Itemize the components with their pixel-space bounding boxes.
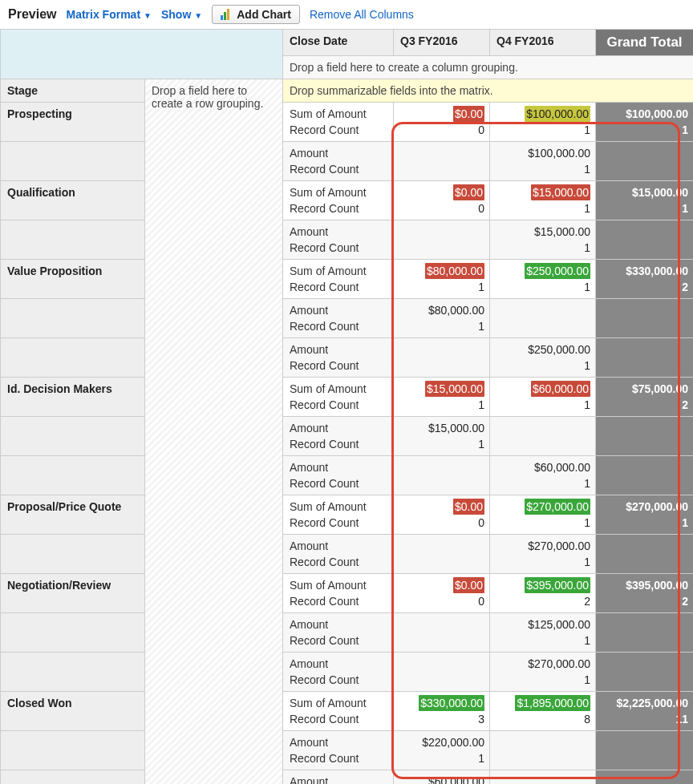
detail-labels: AmountRecord Count bbox=[283, 417, 394, 456]
q4-detail: $100,000.001 bbox=[490, 142, 596, 181]
row-drop-hint[interactable]: Drop a field here to create a row groupi… bbox=[145, 79, 283, 785]
total-blank bbox=[596, 220, 694, 260]
q4-detail bbox=[490, 417, 596, 456]
summary-labels: Sum of AmountRecord Count bbox=[283, 103, 394, 142]
summary-labels: Sum of AmountRecord Count bbox=[283, 378, 394, 417]
q4-detail: $270,000.001 bbox=[490, 653, 596, 692]
q3-detail bbox=[394, 456, 490, 495]
summary-labels: Sum of AmountRecord Count bbox=[283, 260, 394, 299]
stage-name[interactable]: Negotiation/Review bbox=[1, 574, 145, 613]
chevron-down-icon: ▼ bbox=[194, 11, 202, 20]
total-blank bbox=[596, 731, 694, 770]
stage-name[interactable]: Qualification bbox=[1, 181, 145, 220]
q4-detail bbox=[490, 299, 596, 338]
stage-blank bbox=[1, 338, 145, 378]
q3-detail bbox=[394, 613, 490, 653]
q3-summary: $0.000 bbox=[394, 103, 490, 142]
close-date-header[interactable]: Close Date bbox=[283, 30, 394, 56]
q4-header[interactable]: Q4 FY2016 bbox=[490, 30, 596, 56]
summary-labels: Sum of AmountRecord Count bbox=[283, 181, 394, 220]
q4-summary: $250,000.001 bbox=[490, 260, 596, 299]
total-blank bbox=[596, 770, 694, 785]
q4-summary: $395,000.002 bbox=[490, 574, 596, 613]
total-blank bbox=[596, 142, 694, 181]
q3-summary: $0.000 bbox=[394, 495, 490, 535]
matrix-format-dropdown[interactable]: Matrix Format▼ bbox=[66, 8, 151, 21]
row-total: $330,000.002 bbox=[596, 260, 694, 299]
summary-labels: Sum of AmountRecord Count bbox=[283, 495, 394, 535]
detail-labels: AmountRecord Count bbox=[283, 770, 394, 785]
total-blank bbox=[596, 535, 694, 574]
stage-name[interactable]: Id. Decision Makers bbox=[1, 378, 145, 417]
summarize-hint[interactable]: Drop summarizable fields into the matrix… bbox=[283, 79, 694, 103]
bar-chart-icon bbox=[221, 9, 232, 20]
stage-blank bbox=[1, 613, 145, 653]
detail-labels: AmountRecord Count bbox=[283, 142, 394, 181]
row-total: $395,000.002 bbox=[596, 574, 694, 613]
q3-summary: $0.000 bbox=[394, 574, 490, 613]
stage-blank bbox=[1, 142, 145, 181]
detail-labels: AmountRecord Count bbox=[283, 731, 394, 770]
stage-blank bbox=[1, 731, 145, 770]
stage-name[interactable]: Prospecting bbox=[1, 103, 145, 142]
row-total: $2,225,000.0011 bbox=[596, 692, 694, 731]
stage-blank bbox=[1, 220, 145, 260]
stage-name[interactable]: Proposal/Price Quote bbox=[1, 495, 145, 535]
q3-detail bbox=[394, 653, 490, 692]
q3-summary: $80,000.001 bbox=[394, 260, 490, 299]
stage-name[interactable]: Value Proposition bbox=[1, 260, 145, 299]
q3-detail: $15,000.001 bbox=[394, 417, 490, 456]
remove-all-columns-link[interactable]: Remove All Columns bbox=[310, 8, 414, 21]
grand-total-header: Grand Total bbox=[596, 30, 694, 56]
summary-labels: Sum of AmountRecord Count bbox=[283, 574, 394, 613]
q4-detail: $60,000.001 bbox=[490, 456, 596, 495]
q4-detail: $250,000.001 bbox=[490, 338, 596, 378]
q3-detail: $80,000.001 bbox=[394, 299, 490, 338]
detail-labels: AmountRecord Count bbox=[283, 613, 394, 653]
q4-summary: $60,000.001 bbox=[490, 378, 596, 417]
show-dropdown[interactable]: Show▼ bbox=[161, 8, 202, 21]
row-total: $100,000.001 bbox=[596, 103, 694, 142]
row-total: $15,000.001 bbox=[596, 181, 694, 220]
stage-blank bbox=[1, 417, 145, 456]
detail-labels: AmountRecord Count bbox=[283, 338, 394, 378]
q4-detail: $125,000.001 bbox=[490, 613, 596, 653]
q3-summary: $0.000 bbox=[394, 181, 490, 220]
total-blank bbox=[596, 456, 694, 495]
detail-labels: AmountRecord Count bbox=[283, 535, 394, 574]
total-blank bbox=[596, 417, 694, 456]
detail-labels: AmountRecord Count bbox=[283, 299, 394, 338]
report-toolbar: Preview Matrix Format▼ Show▼ Add Chart R… bbox=[0, 0, 693, 29]
q4-detail bbox=[490, 770, 596, 785]
stage-name[interactable]: Closed Won bbox=[1, 692, 145, 731]
detail-labels: AmountRecord Count bbox=[283, 456, 394, 495]
stage-blank bbox=[1, 299, 145, 338]
q4-summary: $15,000.001 bbox=[490, 181, 596, 220]
q4-summary: $100,000.001 bbox=[490, 103, 596, 142]
stage-blank bbox=[1, 456, 145, 495]
q3-detail: $220,000.001 bbox=[394, 731, 490, 770]
row-total: $75,000.002 bbox=[596, 378, 694, 417]
total-blank bbox=[596, 338, 694, 378]
header-blank bbox=[1, 30, 283, 79]
add-chart-button[interactable]: Add Chart bbox=[212, 5, 300, 24]
matrix-report-table: Close DateQ3 FY2016Q4 FY2016Grand TotalD… bbox=[0, 29, 693, 784]
q3-detail bbox=[394, 535, 490, 574]
total-blank bbox=[596, 653, 694, 692]
column-drop-hint[interactable]: Drop a field here to create a column gro… bbox=[283, 56, 694, 79]
q3-header[interactable]: Q3 FY2016 bbox=[394, 30, 490, 56]
q4-summary: $1,895,000.008 bbox=[490, 692, 596, 731]
q3-summary: $330,000.003 bbox=[394, 692, 490, 731]
total-blank bbox=[596, 613, 694, 653]
stage-blank bbox=[1, 770, 145, 785]
chevron-down-icon: ▼ bbox=[144, 11, 152, 20]
stage-header[interactable]: Stage bbox=[1, 79, 145, 103]
detail-labels: AmountRecord Count bbox=[283, 653, 394, 692]
stage-blank bbox=[1, 535, 145, 574]
q4-detail: $270,000.001 bbox=[490, 535, 596, 574]
q3-detail bbox=[394, 220, 490, 260]
q4-detail bbox=[490, 731, 596, 770]
q3-summary: $15,000.001 bbox=[394, 378, 490, 417]
q3-detail bbox=[394, 142, 490, 181]
preview-label: Preview bbox=[8, 7, 56, 22]
